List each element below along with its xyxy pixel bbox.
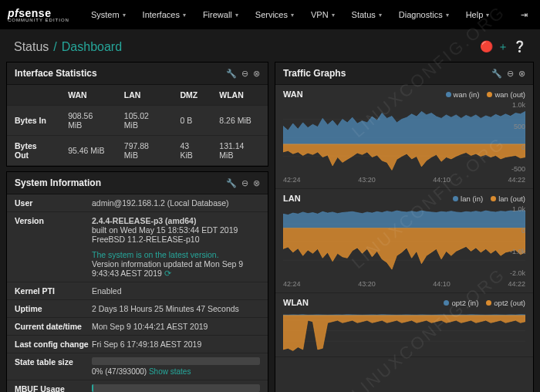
panel-minimize-icon[interactable]: ⊖ (241, 69, 248, 79)
logout-icon[interactable]: ⇥ (516, 10, 532, 20)
navbar: pfsense COMMUNITY EDITION System▾Interfa… (0, 0, 540, 29)
table-row: Bytes Out95.46 MiB797.88 MiB43 KiB131.14… (7, 136, 268, 166)
panel-close-icon[interactable]: ⊗ (518, 69, 525, 79)
sysinfo-value-lastconfig: Fri Sep 6 17:49:18 AEST 2019 (92, 340, 260, 349)
panel-settings-icon[interactable]: 🔧 (226, 178, 237, 188)
nav-item-services[interactable]: Services▾ (248, 4, 302, 25)
save-layout-icon[interactable]: 🔴 (480, 40, 493, 54)
sysinfo-value-state: 0% (47/393000) Show states (92, 357, 260, 376)
help-icon[interactable]: ❔ (513, 40, 526, 54)
panel-close-icon[interactable]: ⊗ (253, 178, 260, 188)
nav-item-diagnostics[interactable]: Diagnostics▾ (391, 4, 457, 25)
traffic-graph-wan: WANwan (in)wan (out)1.0k5000-50042:2443:… (275, 85, 533, 189)
breadcrumb-status: Status (14, 40, 49, 54)
sysinfo-label-user: User (15, 198, 92, 208)
nav-item-interfaces[interactable]: Interfaces▾ (135, 4, 194, 25)
sysinfo-label-version: Version (15, 216, 92, 278)
breadcrumb: Status / Dashboard 🔴 ＋ ❔ (0, 29, 540, 62)
sysinfo-label-uptime: Uptime (15, 304, 92, 313)
traffic-graph-wlan: WLANopt2 (in)opt2 (out) (275, 293, 533, 357)
traffic-graph-lan: LANlan (in)lan (out)1.0k0-1.0k-2.0k42:24… (275, 189, 533, 293)
breadcrumb-page[interactable]: Dashboard (62, 40, 122, 54)
panel-title: Traffic Graphs (283, 68, 346, 79)
panel-title: System Information (15, 177, 101, 188)
panel-settings-icon[interactable]: 🔧 (226, 69, 237, 79)
table-row: Bytes In908.56 MiB105.02 MiB0 B8.26 MiB (7, 106, 268, 136)
refresh-icon[interactable]: ⟳ (164, 269, 171, 278)
nav-item-firewall[interactable]: Firewall▾ (195, 4, 246, 25)
show-states-link[interactable]: Show states (149, 367, 191, 376)
nav-item-system[interactable]: System▾ (83, 4, 133, 25)
sysinfo-value-uptime: 2 Days 18 Hours 25 Minutes 47 Seconds (92, 304, 260, 313)
sysinfo-label-mbuf: MBUF Usage (15, 384, 92, 392)
sysinfo-value-datetime: Mon Sep 9 10:44:21 AEST 2019 (92, 322, 260, 331)
panel-traffic-graphs: Traffic Graphs 🔧 ⊖ ⊗ WANwan (in)wan (out… (275, 62, 534, 392)
sysinfo-label-lastconfig: Last config change (15, 340, 92, 349)
panel-system-information: System Information 🔧 ⊖ ⊗ Useradmin@192.1… (6, 171, 268, 392)
sysinfo-label-kernel: Kernel PTI (15, 286, 92, 296)
nav-item-vpn[interactable]: VPN▾ (303, 4, 343, 25)
nav-item-help[interactable]: Help▾ (458, 4, 498, 25)
panel-close-icon[interactable]: ⊗ (253, 69, 260, 79)
nav-item-status[interactable]: Status▾ (344, 4, 390, 25)
panel-minimize-icon[interactable]: ⊖ (241, 178, 248, 188)
sysinfo-value-mbuf: 1% (11140/1000000) (92, 384, 260, 392)
interface-stats-table: WANLANDMZWLAN Bytes In908.56 MiB105.02 M… (7, 85, 268, 166)
sysinfo-label-datetime: Current date/time (15, 322, 92, 331)
add-widget-icon[interactable]: ＋ (498, 40, 508, 54)
sysinfo-value-kernel: Enabled (92, 286, 260, 296)
sysinfo-label-state: State table size (15, 357, 92, 376)
panel-interface-statistics: Interface Statistics 🔧 ⊖ ⊗ WANLANDMZWLAN… (6, 62, 268, 167)
panel-minimize-icon[interactable]: ⊖ (507, 69, 514, 79)
sysinfo-value-user: admin@192.168.1.2 (Local Database) (92, 198, 260, 208)
panel-settings-icon[interactable]: 🔧 (491, 69, 502, 79)
panel-title: Interface Statistics (15, 68, 97, 79)
sysinfo-value-version: 2.4.4-RELEASE-p3 (amd64) built on Wed Ma… (92, 216, 260, 278)
logo[interactable]: pfsense COMMUNITY EDITION (8, 7, 69, 22)
